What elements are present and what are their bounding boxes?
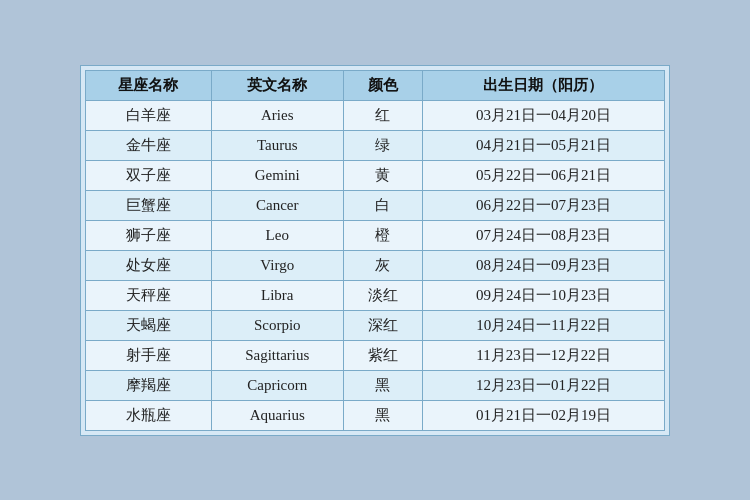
cell-color: 绿 [343, 130, 422, 160]
cell-dates: 06月22日一07月23日 [422, 190, 664, 220]
cell-english-name: Virgo [211, 250, 343, 280]
cell-chinese-name: 巨蟹座 [86, 190, 212, 220]
cell-english-name: Scorpio [211, 310, 343, 340]
cell-dates: 05月22日一06月21日 [422, 160, 664, 190]
cell-chinese-name: 双子座 [86, 160, 212, 190]
cell-english-name: Cancer [211, 190, 343, 220]
cell-english-name: Aries [211, 100, 343, 130]
table-row: 金牛座Taurus绿04月21日一05月21日 [86, 130, 665, 160]
header-color: 颜色 [343, 70, 422, 100]
cell-english-name: Taurus [211, 130, 343, 160]
table-row: 射手座Sagittarius紫红11月23日一12月22日 [86, 340, 665, 370]
table-row: 摩羯座Capricorn黑12月23日一01月22日 [86, 370, 665, 400]
cell-color: 白 [343, 190, 422, 220]
cell-dates: 03月21日一04月20日 [422, 100, 664, 130]
cell-dates: 01月21日一02月19日 [422, 400, 664, 430]
cell-english-name: Sagittarius [211, 340, 343, 370]
header-chinese-name: 星座名称 [86, 70, 212, 100]
cell-english-name: Gemini [211, 160, 343, 190]
table-row: 双子座Gemini黄05月22日一06月21日 [86, 160, 665, 190]
zodiac-table-wrapper: 星座名称 英文名称 颜色 出生日期（阳历） 白羊座Aries红03月21日一04… [80, 65, 670, 436]
table-row: 处女座Virgo灰08月24日一09月23日 [86, 250, 665, 280]
zodiac-table: 星座名称 英文名称 颜色 出生日期（阳历） 白羊座Aries红03月21日一04… [85, 70, 665, 431]
cell-dates: 11月23日一12月22日 [422, 340, 664, 370]
cell-english-name: Leo [211, 220, 343, 250]
table-row: 白羊座Aries红03月21日一04月20日 [86, 100, 665, 130]
cell-color: 黑 [343, 400, 422, 430]
cell-color: 淡红 [343, 280, 422, 310]
table-row: 天蝎座Scorpio深红10月24日一11月22日 [86, 310, 665, 340]
cell-color: 黄 [343, 160, 422, 190]
cell-chinese-name: 狮子座 [86, 220, 212, 250]
cell-chinese-name: 射手座 [86, 340, 212, 370]
cell-chinese-name: 水瓶座 [86, 400, 212, 430]
cell-dates: 09月24日一10月23日 [422, 280, 664, 310]
header-dates: 出生日期（阳历） [422, 70, 664, 100]
cell-chinese-name: 天蝎座 [86, 310, 212, 340]
cell-english-name: Libra [211, 280, 343, 310]
cell-color: 深红 [343, 310, 422, 340]
table-row: 巨蟹座Cancer白06月22日一07月23日 [86, 190, 665, 220]
cell-chinese-name: 处女座 [86, 250, 212, 280]
table-row: 狮子座Leo橙07月24日一08月23日 [86, 220, 665, 250]
cell-color: 红 [343, 100, 422, 130]
cell-dates: 10月24日一11月22日 [422, 310, 664, 340]
cell-color: 橙 [343, 220, 422, 250]
table-row: 天秤座Libra淡红09月24日一10月23日 [86, 280, 665, 310]
cell-english-name: Capricorn [211, 370, 343, 400]
cell-english-name: Aquarius [211, 400, 343, 430]
cell-dates: 08月24日一09月23日 [422, 250, 664, 280]
cell-dates: 07月24日一08月23日 [422, 220, 664, 250]
header-english-name: 英文名称 [211, 70, 343, 100]
cell-dates: 12月23日一01月22日 [422, 370, 664, 400]
cell-chinese-name: 金牛座 [86, 130, 212, 160]
cell-dates: 04月21日一05月21日 [422, 130, 664, 160]
cell-chinese-name: 白羊座 [86, 100, 212, 130]
table-header-row: 星座名称 英文名称 颜色 出生日期（阳历） [86, 70, 665, 100]
cell-color: 灰 [343, 250, 422, 280]
cell-color: 紫红 [343, 340, 422, 370]
table-row: 水瓶座Aquarius黑01月21日一02月19日 [86, 400, 665, 430]
cell-color: 黑 [343, 370, 422, 400]
cell-chinese-name: 天秤座 [86, 280, 212, 310]
cell-chinese-name: 摩羯座 [86, 370, 212, 400]
